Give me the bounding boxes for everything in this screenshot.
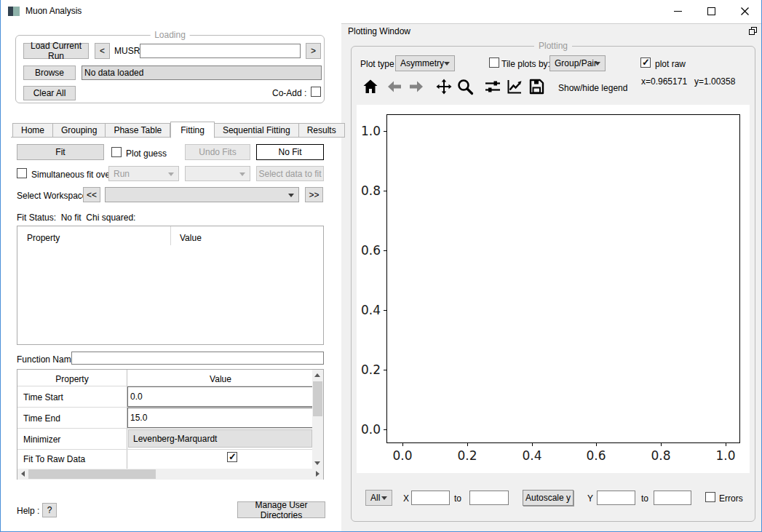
- subplots-icon[interactable]: [483, 77, 502, 96]
- function-name-label: Function Name: [17, 354, 76, 365]
- y-tick-mark: [384, 250, 386, 251]
- scrollbar-thumb[interactable]: [313, 381, 322, 416]
- coadd-checkbox[interactable]: [311, 87, 321, 97]
- plot-axes: [386, 114, 740, 443]
- title-bar: Muon Analysis: [1, 0, 761, 22]
- minimize-button[interactable]: [661, 0, 694, 22]
- workspace-back-button[interactable]: <<: [83, 187, 100, 202]
- pan-icon[interactable]: [434, 77, 453, 96]
- zoom-icon[interactable]: [456, 77, 475, 96]
- x-tick-mark: [661, 443, 662, 446]
- plot-canvas[interactable]: 1.0 0.8 0.6 0.4 0.2 0.0 0.0 0.2 0.4 0.6 …: [357, 105, 750, 473]
- help-label: Help :: [17, 506, 39, 516]
- maximize-button[interactable]: [694, 0, 728, 22]
- chevron-down-icon: [288, 194, 294, 197]
- fit-state-indicator: No Fit: [256, 144, 324, 160]
- chevron-down-icon: [168, 172, 174, 176]
- loaded-file-field: No data loaded: [82, 65, 322, 80]
- fit-button[interactable]: Fit: [17, 144, 104, 160]
- settings-vertical-scrollbar[interactable]: [312, 370, 323, 469]
- x-tick-mark: [532, 443, 533, 446]
- plot-raw-label: plot raw: [655, 59, 686, 69]
- x-tick-label: 0.0: [388, 448, 417, 463]
- scroll-up-icon[interactable]: [314, 373, 320, 377]
- plotting-window-dock: Plotting Window Plotting Plot type : Asy…: [341, 23, 762, 531]
- x-tick-label: 0.8: [646, 448, 675, 463]
- close-button[interactable]: [728, 0, 761, 22]
- tab-home[interactable]: Home: [12, 123, 53, 138]
- plot-raw-checkbox[interactable]: [640, 57, 651, 68]
- x-tick-mark: [402, 443, 403, 446]
- tile-plots-checkbox[interactable]: [489, 57, 499, 68]
- fit-parameters-table[interactable]: Property Value: [17, 226, 324, 345]
- x-tick-label: 1.0: [711, 448, 740, 463]
- workspace-forward-button[interactable]: >>: [305, 187, 323, 202]
- window-title: Muon Analysis: [25, 6, 82, 16]
- tab-phase-table[interactable]: Phase Table: [106, 123, 170, 138]
- minimizer-dropdown[interactable]: Levenberg-Marquardt: [128, 429, 312, 448]
- previous-run-button[interactable]: <: [95, 43, 110, 59]
- clear-all-button[interactable]: Clear All: [23, 86, 76, 100]
- workspace-dropdown[interactable]: [105, 187, 299, 202]
- float-restore-icon[interactable]: [749, 27, 757, 37]
- settings-horizontal-scrollbar[interactable]: [17, 469, 323, 480]
- fit-status-text: Fit Status: No fit Chi squared:: [17, 213, 135, 223]
- manage-user-directories-button[interactable]: Manage User Directories: [237, 501, 325, 518]
- plot-type-dropdown[interactable]: Asymmetry: [395, 55, 455, 71]
- y-to-label: to: [641, 493, 648, 504]
- setting-name: Fit To Raw Data: [23, 454, 85, 464]
- settings-property-header: Property: [17, 374, 127, 384]
- x-to-input[interactable]: [469, 491, 509, 505]
- x-from-input[interactable]: [411, 491, 450, 505]
- help-button[interactable]: ?: [42, 503, 57, 517]
- errors-label: Errors: [719, 493, 743, 504]
- undo-fits-button: Undo Fits: [185, 144, 250, 160]
- y-to-input[interactable]: [654, 491, 691, 505]
- function-name-input[interactable]: [71, 352, 324, 365]
- scrollbar-thumb[interactable]: [28, 469, 156, 479]
- next-run-button[interactable]: >: [306, 43, 321, 59]
- back-icon[interactable]: [385, 77, 404, 96]
- fit-to-raw-data-checkbox[interactable]: [227, 452, 237, 462]
- tab-grouping[interactable]: Grouping: [53, 123, 106, 138]
- plot-guess-checkbox[interactable]: [111, 147, 122, 157]
- dock-title: Plotting Window: [348, 26, 410, 36]
- coadd-label: Co-Add :: [272, 88, 306, 98]
- time-end-input[interactable]: [127, 408, 313, 428]
- plotting-group: Plotting Plot type : Asymmetry Tile plot…: [351, 46, 755, 522]
- tab-sequential-fitting[interactable]: Sequential Fitting: [215, 123, 299, 138]
- instrument-label: MUSR: [114, 46, 140, 56]
- errors-checkbox[interactable]: [705, 492, 715, 502]
- tile-by-dropdown[interactable]: Group/Pair: [549, 55, 606, 71]
- x-range-label: X: [403, 493, 409, 504]
- chevron-down-icon: [444, 62, 450, 65]
- tab-fitting[interactable]: Fitting: [170, 122, 215, 138]
- cursor-y-readout: y=1.00358: [694, 76, 735, 87]
- scope-dropdown[interactable]: All: [365, 490, 392, 506]
- home-icon[interactable]: [361, 77, 380, 96]
- tab-results[interactable]: Results: [299, 123, 345, 138]
- fit-settings-table[interactable]: Property Value Time Start Time End Minim…: [17, 369, 324, 480]
- simultaneous-value-dropdown: [185, 166, 250, 181]
- autoscale-y-button[interactable]: Autoscale y: [523, 490, 574, 506]
- scroll-right-icon[interactable]: [316, 471, 320, 477]
- setting-name: Minimizer: [23, 434, 60, 445]
- plot-guess-label: Plot guess: [126, 148, 167, 159]
- forward-icon[interactable]: [407, 77, 426, 96]
- browse-button[interactable]: Browse: [23, 65, 76, 80]
- scroll-left-icon[interactable]: [21, 471, 25, 477]
- x-tick-label: 0.4: [517, 448, 547, 463]
- y-from-input[interactable]: [597, 491, 635, 505]
- customize-plot-icon[interactable]: [505, 77, 524, 96]
- y-tick-label: 0.6: [357, 243, 381, 258]
- y-tick-label: 0.4: [357, 303, 381, 317]
- y-range-label: Y: [587, 493, 593, 504]
- load-current-run-button[interactable]: Load Current Run: [23, 43, 89, 59]
- time-start-input[interactable]: [127, 386, 313, 407]
- dock-title-bar[interactable]: Plotting Window: [341, 24, 762, 38]
- simultaneous-fit-checkbox[interactable]: [17, 168, 27, 178]
- legend-toggle-label[interactable]: Show/hide legend: [558, 83, 627, 93]
- scroll-down-icon[interactable]: [314, 461, 320, 465]
- save-icon[interactable]: [527, 77, 546, 96]
- run-number-input[interactable]: [140, 44, 301, 58]
